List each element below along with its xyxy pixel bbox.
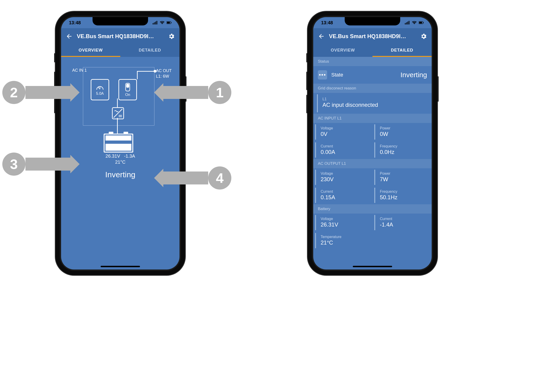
svg-rect-6 xyxy=(171,22,171,23)
grid-reason: AC input disconnected xyxy=(323,102,425,108)
svg-rect-1 xyxy=(154,22,155,24)
grid-reason-row: L1 AC input disconnected xyxy=(317,94,430,112)
section-grid-reason: Grid disconect reason xyxy=(313,84,432,93)
svg-rect-3 xyxy=(157,21,157,24)
ac-out-label: AC OUT L1: 6W xyxy=(156,68,172,79)
batt-current: Current-1.4A xyxy=(374,215,430,230)
ac-out-current: Current0.15A xyxy=(315,188,371,203)
state-more-button[interactable]: ••• xyxy=(318,70,327,79)
ac-in-label: AC IN 1 xyxy=(72,68,87,73)
svg-rect-0 xyxy=(153,23,153,24)
callout-3: 3 xyxy=(2,153,72,176)
signal-icon xyxy=(405,21,410,24)
svg-rect-10 xyxy=(127,84,129,87)
app-header: VE.Bus Smart HQ1838HD9I… xyxy=(61,28,180,44)
phone-overview: 13:48 VE.Bus Smart HQ1838HD9I… OVERVIEW … xyxy=(56,12,185,275)
svg-rect-20 xyxy=(423,22,424,23)
tab-detailed[interactable]: DETAILED xyxy=(120,44,180,57)
svg-rect-19 xyxy=(419,22,422,23)
section-ac-output: AC OUTPUT L1 xyxy=(313,159,432,168)
header-title: VE.Bus Smart HQ1838HD9I… xyxy=(77,33,164,40)
converter-icon xyxy=(112,107,124,119)
battery-readings: 26.31V -1.3A 21°C xyxy=(67,153,173,165)
callout-1: 1 xyxy=(162,81,231,104)
svg-rect-17 xyxy=(409,21,409,24)
detailed-content[interactable]: Status ••• State Inverting Grid disconec… xyxy=(313,57,432,270)
ac-in-power: Power0W xyxy=(374,124,430,140)
state-label: State xyxy=(331,72,343,78)
ac-in-voltage: Voltage0V xyxy=(315,124,371,140)
notch xyxy=(93,17,148,25)
signal-icon xyxy=(153,21,158,24)
wifi-icon xyxy=(160,21,165,24)
home-indicator[interactable] xyxy=(101,266,140,267)
section-status: Status xyxy=(313,57,432,66)
ac-in-freq: Frequency0.0Hz xyxy=(374,142,430,158)
ac-out-freq: Frequency50.1Hz xyxy=(374,188,430,203)
svg-rect-5 xyxy=(167,22,170,23)
svg-rect-2 xyxy=(155,22,156,24)
app-header: VE.Bus Smart HQ1838HD9I… xyxy=(313,28,432,44)
gear-icon[interactable] xyxy=(168,33,175,40)
ac-out-voltage: Voltage230V xyxy=(315,170,371,185)
svg-rect-15 xyxy=(406,22,407,24)
ac-in-current: Current0.00A xyxy=(315,142,371,158)
status-time: 13:48 xyxy=(69,20,81,25)
callout-4: 4 xyxy=(162,166,231,190)
section-ac-input: AC INPUT L1 xyxy=(313,114,432,123)
current-limit-tile[interactable]: A 5.0A xyxy=(91,79,109,100)
tab-overview[interactable]: OVERVIEW xyxy=(313,44,372,57)
section-battery: Battery xyxy=(313,204,432,214)
battery-icon xyxy=(167,21,172,24)
status-time: 13:48 xyxy=(321,20,333,25)
tabs: OVERVIEW DETAILED xyxy=(61,44,180,57)
batt-temp: Temperature21°C xyxy=(315,233,375,248)
tab-overview[interactable]: OVERVIEW xyxy=(61,44,120,57)
switch-tile[interactable]: On xyxy=(119,79,137,100)
home-indicator[interactable] xyxy=(353,266,392,267)
header-title: VE.Bus Smart HQ1838HD9I… xyxy=(329,33,416,40)
tabs: OVERVIEW DETAILED xyxy=(313,44,432,57)
gear-icon[interactable] xyxy=(420,33,427,40)
switch-icon xyxy=(125,83,130,92)
notch xyxy=(345,17,400,25)
svg-line-11 xyxy=(114,109,122,118)
tab-detailed[interactable]: DETAILED xyxy=(372,44,432,57)
back-icon[interactable] xyxy=(66,33,73,40)
phone-detailed: 13:48 VE.Bus Smart HQ1838HD9I… OVERVIEW … xyxy=(308,12,437,275)
state-row[interactable]: ••• State Inverting xyxy=(313,66,432,84)
gauge-icon: A xyxy=(96,84,104,91)
batt-voltage: Voltage26.31V xyxy=(315,215,371,230)
back-icon[interactable] xyxy=(318,33,325,40)
wifi-icon xyxy=(412,21,417,24)
switch-label: On xyxy=(125,93,130,97)
svg-rect-14 xyxy=(405,23,405,24)
ac-out-power: Power7W xyxy=(374,170,430,185)
callout-2: 2 xyxy=(2,81,72,104)
svg-text:A: A xyxy=(99,86,101,89)
battery-icon xyxy=(419,21,424,24)
svg-rect-16 xyxy=(407,22,408,24)
battery-icon[interactable] xyxy=(104,134,133,153)
state-value: Inverting xyxy=(400,71,427,79)
current-limit-value: 5.0A xyxy=(96,92,104,96)
grid-line: L1 xyxy=(323,97,425,101)
